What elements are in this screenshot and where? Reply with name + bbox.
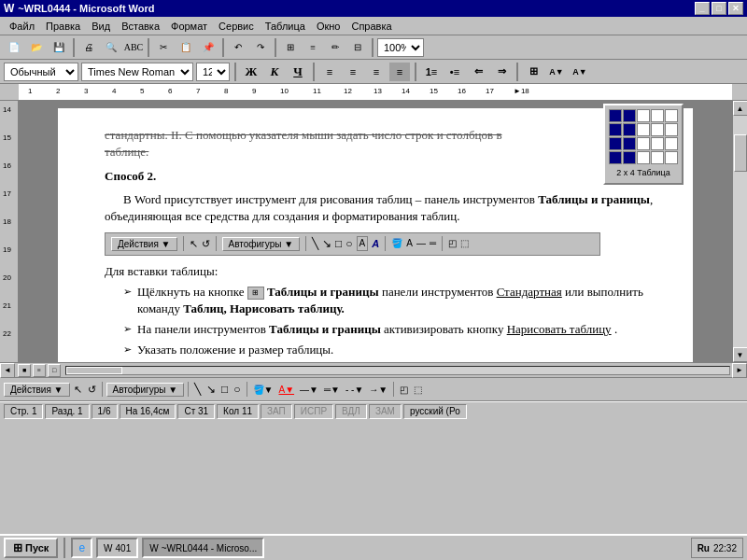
hscroll-thumb[interactable]: [66, 367, 122, 374]
paste-btn[interactable]: 📌: [198, 37, 218, 58]
menu-view[interactable]: Вид: [86, 19, 116, 34]
grid-cell-r3c2[interactable]: [623, 137, 636, 150]
line-color-icon[interactable]: —: [416, 237, 426, 250]
underline-btn[interactable]: Ч: [288, 63, 308, 81]
draw-autoshapes-btn[interactable]: Автофигуры ▼: [106, 383, 185, 397]
numbering-btn[interactable]: 1≡: [421, 63, 442, 81]
grid-cell-r2c2[interactable]: [623, 123, 636, 136]
draw-actions-btn[interactable]: Действия ▼: [4, 383, 70, 397]
taskbar-btn-ie[interactable]: e: [71, 538, 92, 558]
draw-dashstyle[interactable]: - -▼: [345, 385, 363, 395]
docmap-btn[interactable]: ⊟: [347, 37, 368, 58]
wordart-tool[interactable]: A: [372, 237, 379, 251]
normal-view-btn[interactable]: ■: [18, 364, 31, 377]
textbox-tool[interactable]: A: [357, 236, 369, 251]
taskbar-btn-401[interactable]: W 401: [96, 538, 138, 558]
grid-cell-r2c5[interactable]: [665, 123, 678, 136]
draw-refresh-icon[interactable]: ↺: [88, 384, 96, 396]
minimize-btn[interactable]: _: [695, 2, 710, 15]
grid-cell-r1c5[interactable]: [665, 109, 678, 122]
grid-cell-r4c3[interactable]: [637, 151, 650, 164]
draw-rect[interactable]: □: [221, 383, 228, 396]
open-btn[interactable]: 📂: [26, 37, 47, 58]
horizontal-scrollbar[interactable]: ◄ ■ ≡ □ ►: [0, 362, 747, 377]
copy-btn[interactable]: 📋: [176, 37, 196, 58]
ru-indicator[interactable]: Ru: [698, 543, 710, 553]
scroll-thumb[interactable]: [734, 134, 747, 172]
size-select[interactable]: 12: [196, 63, 230, 81]
grid-cell-r2c3[interactable]: [637, 123, 650, 136]
drawing-btn[interactable]: ✏: [325, 37, 345, 58]
preview-btn[interactable]: 🔍: [101, 37, 121, 58]
menu-window[interactable]: Окно: [311, 19, 346, 34]
menu-file[interactable]: Файл: [4, 19, 40, 34]
columns-btn[interactable]: ≡: [303, 37, 323, 58]
spell-btn[interactable]: ABC: [123, 37, 144, 58]
menu-insert[interactable]: Вставка: [116, 19, 165, 34]
align-left-btn[interactable]: ≡: [319, 63, 340, 81]
grid-cell-r3c5[interactable]: [665, 137, 678, 150]
scroll-track[interactable]: [733, 116, 748, 347]
grid-cell-r4c4[interactable]: [651, 151, 664, 164]
grid-cell-r2c4[interactable]: [651, 123, 664, 136]
font-color-btn[interactable]: A▼: [570, 63, 590, 81]
menu-help[interactable]: Справка: [345, 19, 397, 34]
grid-cell-r4c1[interactable]: [609, 151, 622, 164]
taskbar-btn-word[interactable]: W ~WRL0444 - Microsо...: [142, 538, 264, 558]
draw-fontcolor[interactable]: A▼: [278, 385, 294, 395]
menu-tools[interactable]: Сервис: [213, 19, 260, 34]
undo-btn[interactable]: ↶: [228, 37, 248, 58]
zoom-select[interactable]: 100%: [377, 38, 424, 57]
maximize-btn[interactable]: □: [712, 2, 726, 15]
border-btn[interactable]: ⊞: [523, 63, 543, 81]
redo-btn[interactable]: ↷: [250, 37, 271, 58]
hscroll-right-btn[interactable]: ►: [732, 363, 747, 378]
actions-dropdown[interactable]: Действия ▼: [111, 237, 177, 251]
draw-shadow[interactable]: ◰: [400, 385, 408, 395]
increase-indent-btn[interactable]: ⇒: [491, 63, 512, 81]
align-right-btn[interactable]: ≡: [366, 63, 387, 81]
grid-cell-r2c1[interactable]: [609, 123, 622, 136]
table-btn[interactable]: ⊞: [280, 37, 301, 58]
grid-cell-r3c1[interactable]: [609, 137, 622, 150]
italic-btn[interactable]: К: [264, 63, 285, 81]
grid-cell-r1c2[interactable]: [623, 109, 636, 122]
draw-line[interactable]: ╲: [194, 383, 201, 396]
menu-format[interactable]: Формат: [165, 19, 213, 34]
hscroll-track[interactable]: [65, 366, 730, 375]
grid-cell-r4c2[interactable]: [623, 151, 636, 164]
font-color-icon2[interactable]: A: [406, 237, 413, 250]
font-select[interactable]: Times New Roman: [81, 63, 193, 81]
rect-tool[interactable]: □: [335, 236, 342, 252]
table-grid[interactable]: [609, 109, 678, 164]
oval-tool[interactable]: ○: [345, 236, 352, 252]
scroll-up-btn[interactable]: ▲: [733, 101, 748, 116]
align-justify-btn[interactable]: ≡: [389, 63, 410, 81]
autoshapes-dropdown[interactable]: Автофигуры ▼: [222, 237, 301, 251]
grid-cell-r1c3[interactable]: [637, 109, 650, 122]
highlight-btn[interactable]: A▼: [546, 63, 567, 81]
grid-cell-r4c5[interactable]: [665, 151, 678, 164]
document-area[interactable]: 2 x 4 Таблица стандартны. II. С помощью …: [19, 101, 732, 362]
arrow-tool[interactable]: ↘: [322, 236, 331, 252]
grid-cell-r3c3[interactable]: [637, 137, 650, 150]
print-btn[interactable]: 🖨: [78, 37, 99, 58]
grid-cell-r1c4[interactable]: [651, 109, 664, 122]
fill-color-icon[interactable]: 🪣: [391, 237, 402, 250]
refresh-icon[interactable]: ↺: [202, 237, 210, 251]
draw-arrow[interactable]: ↘: [206, 383, 216, 396]
start-button[interactable]: ⊞ Пуск: [4, 538, 58, 558]
outline-view-btn[interactable]: ≡: [33, 364, 46, 377]
line-tool[interactable]: ╲: [312, 236, 318, 252]
grid-cell-r3c4[interactable]: [651, 137, 664, 150]
grid-cell-r1c1[interactable]: [609, 109, 622, 122]
bullets-btn[interactable]: •≡: [444, 63, 465, 81]
bold-btn[interactable]: Ж: [241, 63, 261, 81]
draw-3d[interactable]: ⬚: [414, 385, 422, 395]
cut-btn[interactable]: ✂: [153, 37, 174, 58]
draw-arrowstyle[interactable]: →▼: [369, 385, 388, 395]
close-btn[interactable]: ✕: [728, 2, 743, 15]
align-center-btn[interactable]: ≡: [343, 63, 363, 81]
3d-icon[interactable]: ⬚: [460, 237, 469, 250]
scroll-down-btn[interactable]: ▼: [733, 347, 748, 362]
